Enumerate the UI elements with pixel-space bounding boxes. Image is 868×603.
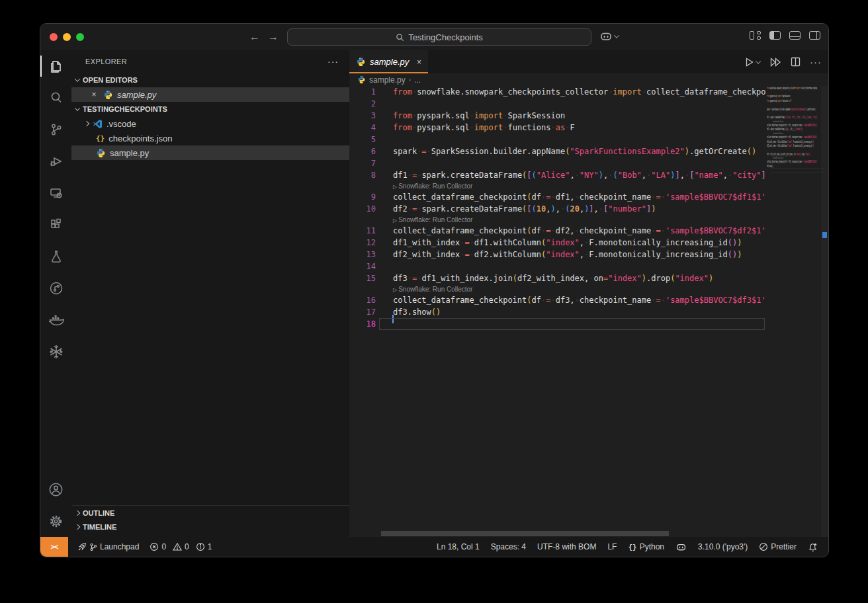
- file-label: sample.py: [117, 90, 156, 100]
- tab-sample-py[interactable]: sample.py ×: [349, 50, 428, 73]
- chevron-down-icon: [614, 32, 619, 38]
- code-line: 12df1_with_index·=·df1.withColumn("index…: [349, 237, 765, 249]
- codelens-run-collector[interactable]: ▷Snowflake: Run Collector: [349, 181, 765, 191]
- open-editor-sample-py[interactable]: × sample.py: [71, 87, 349, 102]
- horizontal-scrollbar-thumb[interactable]: [381, 531, 669, 536]
- activity-docker[interactable]: [40, 304, 71, 336]
- toggle-primary-sidebar-button[interactable]: [769, 31, 781, 40]
- encoding-item[interactable]: UTF-8 with BOM: [537, 542, 596, 551]
- code-line: 15df3·=·df1_with_index.join(df2_with_ind…: [349, 272, 765, 284]
- info-icon: [196, 542, 205, 551]
- activity-run-debug[interactable]: [40, 145, 71, 177]
- launchpad-item[interactable]: Launchpad: [77, 542, 139, 551]
- overview-ruler-cursor-mark: [822, 232, 827, 238]
- customize-layout-button[interactable]: [750, 31, 761, 40]
- split-editor-button[interactable]: [791, 57, 801, 67]
- title-bar: ← → TestingCheckpoints: [40, 24, 828, 50]
- desktop: ← → TestingCheckpoints: [0, 0, 868, 603]
- code-line: 13df2_with_index·=·df2.withColumn("index…: [349, 249, 765, 261]
- remote-icon: ><: [51, 543, 58, 551]
- file-checkpoints-json[interactable]: {} checkpoints.json: [71, 131, 349, 145]
- formatter-item[interactable]: Prettier: [759, 542, 797, 551]
- breadcrumb[interactable]: sample.py › ...: [349, 73, 828, 86]
- close-tab-icon[interactable]: ×: [417, 58, 421, 67]
- chevron-right-icon: [75, 524, 80, 529]
- command-center-search[interactable]: TestingCheckpoints: [287, 28, 591, 46]
- chevron-down-icon: [75, 76, 80, 81]
- vscode-folder-icon: [93, 119, 103, 129]
- code-line: df2·=·spark.createDataFrame([(10,),·(20,…: [767, 128, 824, 132]
- line-number: 7: [349, 157, 376, 169]
- error-count: 0: [161, 542, 166, 551]
- activity-extensions[interactable]: [40, 209, 71, 241]
- notifications-bell-icon[interactable]: [808, 542, 818, 552]
- codelens-run-collector[interactable]: ▷Snowflake: Run Collector: [349, 215, 765, 225]
- line-number: 9: [349, 191, 376, 203]
- vertical-scrollbar[interactable]: [821, 86, 828, 537]
- play-icon: ▷: [393, 218, 397, 223]
- minimize-window-button[interactable]: [63, 33, 71, 41]
- problems-item[interactable]: 0 0 1: [150, 542, 212, 551]
- run-python-file-button[interactable]: [744, 57, 760, 67]
- line-number: 13: [349, 249, 376, 261]
- breadcrumb-file[interactable]: sample.py: [369, 75, 406, 85]
- codelens-run-collector[interactable]: ▷Snowflake: Run Collector: [349, 284, 765, 294]
- play-icon: ▷: [773, 157, 773, 159]
- remote-indicator[interactable]: ><: [40, 537, 68, 557]
- warning-icon: [173, 542, 182, 551]
- code-lines[interactable]: 1from·snowflake.snowpark_checkpoints_col…: [349, 86, 765, 330]
- launchpad-label: Launchpad: [100, 542, 139, 551]
- zoom-window-button[interactable]: [76, 33, 84, 41]
- activity-remote-explorer[interactable]: [40, 177, 71, 209]
- run-all-button[interactable]: [769, 57, 781, 67]
- copilot-menu[interactable]: [599, 30, 619, 43]
- code-line: 2: [349, 98, 765, 110]
- python-file-icon: [96, 148, 106, 158]
- activity-snowflake[interactable]: [40, 336, 71, 368]
- indentation-item[interactable]: Spaces: 4: [491, 542, 526, 551]
- folder-vscode[interactable]: .vscode: [71, 116, 349, 131]
- code-area[interactable]: 1from·snowflake.snowpark_checkpoints_col…: [349, 86, 828, 537]
- line-number: 6: [349, 145, 376, 157]
- line-number: 4: [349, 122, 376, 134]
- toggle-panel-button[interactable]: [789, 31, 801, 40]
- accounts-button[interactable]: [40, 473, 71, 505]
- eol-item[interactable]: LF: [607, 542, 617, 551]
- navigate-back-button[interactable]: ←: [249, 30, 260, 44]
- copilot-status-icon[interactable]: [675, 542, 687, 553]
- more-actions-button[interactable]: ···: [810, 56, 822, 67]
- language-mode-item[interactable]: {} Python: [628, 542, 664, 551]
- remote-explorer-icon: [48, 185, 64, 201]
- close-editor-icon[interactable]: ×: [89, 90, 99, 99]
- cursor-position-item[interactable]: Ln 18, Col 1: [437, 542, 480, 551]
- manage-button[interactable]: [40, 505, 71, 537]
- close-window-button[interactable]: [50, 33, 58, 41]
- source-control-icon: [48, 122, 64, 138]
- navigate-forward-button[interactable]: →: [268, 30, 279, 44]
- section-open-editors[interactable]: OPEN EDITORS: [71, 73, 349, 87]
- file-sample-py[interactable]: sample.py: [71, 145, 349, 160]
- activity-explorer[interactable]: [40, 50, 71, 82]
- chevron-down-icon: [756, 58, 761, 63]
- file-label: checkpoints.json: [108, 134, 172, 143]
- play-icon: ▷: [393, 287, 397, 293]
- activity-git-graph[interactable]: [40, 272, 71, 304]
- text-cursor: [392, 315, 394, 323]
- chevron-down-icon: [75, 105, 80, 110]
- toggle-secondary-sidebar-button[interactable]: [809, 31, 820, 40]
- play-icon: ▷: [773, 133, 773, 135]
- section-workspace[interactable]: TESTINGCHECKPOINTS: [71, 102, 349, 116]
- error-icon: [150, 542, 159, 551]
- python-interpreter-item[interactable]: 3.10.0 ('pyo3'): [698, 542, 748, 551]
- activity-search[interactable]: [40, 82, 71, 114]
- breadcrumb-symbol[interactable]: ...: [414, 75, 421, 85]
- explorer-more-actions-button[interactable]: ···: [327, 56, 339, 67]
- activity-source-control[interactable]: [40, 114, 71, 145]
- activity-testing[interactable]: [40, 241, 71, 272]
- section-outline[interactable]: OUTLINE: [71, 506, 349, 520]
- snowflake-icon: [48, 343, 65, 360]
- line-number: 16: [349, 294, 376, 306]
- section-timeline[interactable]: TIMELINE: [71, 520, 349, 534]
- minimap[interactable]: from·snowflake.snowpark_checkpoints_coll…: [767, 86, 825, 192]
- code-line: 5: [349, 134, 765, 145]
